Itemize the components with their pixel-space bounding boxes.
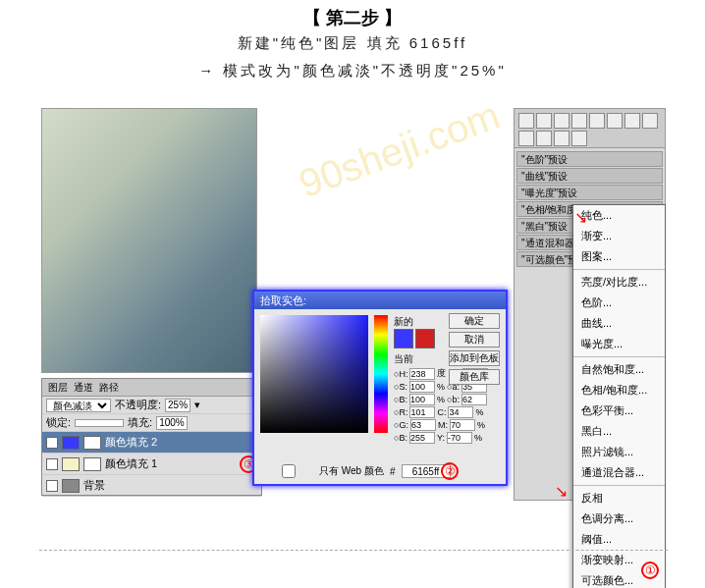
- tab-paths[interactable]: 路径: [99, 381, 119, 395]
- color-field[interactable]: [260, 315, 368, 433]
- menu-pattern[interactable]: 图案...: [573, 246, 665, 267]
- step-title: 【 第二步 】: [0, 0, 705, 29]
- b-input[interactable]: [409, 394, 435, 405]
- color-lib-button[interactable]: 颜色库: [449, 369, 500, 385]
- layer-thumb: [62, 479, 80, 493]
- tool-icon[interactable]: [607, 113, 623, 129]
- menu-bw[interactable]: 黑白...: [573, 421, 665, 442]
- g-input[interactable]: [410, 419, 436, 431]
- lock-label: 锁定:: [46, 415, 71, 430]
- annotation-marker-1: ①: [641, 561, 659, 579]
- layer-row-1[interactable]: 颜色填充 1: [42, 454, 261, 475]
- current-color-swatch: [415, 329, 435, 348]
- visibility-icon[interactable]: [46, 480, 58, 492]
- layer-swatch: [62, 436, 80, 450]
- fill-value[interactable]: 100%: [156, 416, 188, 430]
- b2-input[interactable]: [461, 394, 487, 405]
- picker-title: 拾取实色:: [254, 292, 506, 309]
- hex-label: #: [390, 466, 396, 477]
- s-input[interactable]: [409, 381, 435, 393]
- tool-icon[interactable]: [571, 131, 587, 146]
- divider: [39, 550, 668, 551]
- add-swatch-button[interactable]: 添加到色板: [449, 350, 500, 366]
- red-arrow-icon: ↘: [574, 208, 587, 227]
- m-input[interactable]: [450, 419, 475, 431]
- menu-channel-mixer[interactable]: 通道混合器...: [573, 462, 665, 483]
- layers-panel: 图层 通道 路径 颜色减淡 不透明度: 25% ▾ 锁定: 填充: 100% 颜…: [41, 378, 262, 496]
- c-input[interactable]: [448, 406, 473, 418]
- lock-icons[interactable]: [75, 419, 124, 427]
- webonly-label: 只有 Web 颜色: [319, 464, 384, 478]
- hue-slider[interactable]: [374, 315, 388, 433]
- adjustment-menu: 纯色... 渐变... 图案... 亮度/对比度... 色阶... 曲线... …: [572, 204, 666, 588]
- step-desc-1: 新建"纯色"图层 填充 6165ff: [0, 29, 705, 57]
- annotation-marker-2: ②: [441, 462, 459, 480]
- toolbar-icons: [515, 109, 665, 148]
- opacity-label: 不透明度:: [115, 398, 161, 412]
- menu-exposure[interactable]: 曝光度...: [573, 334, 665, 354]
- preset-item[interactable]: "色阶"预设: [516, 151, 663, 167]
- menu-threshold[interactable]: 阈值...: [573, 529, 665, 550]
- layer-swatch: [62, 457, 80, 471]
- cancel-button[interactable]: 取消: [449, 332, 500, 347]
- new-color-swatch: [394, 329, 413, 348]
- webonly-checkbox[interactable]: [264, 464, 313, 478]
- color-picker-dialog: 拾取实色: 新的 当前 ○H:度○L: ○S:%○a: ○B:%○b: ○R:C…: [252, 290, 508, 486]
- blend-mode-select[interactable]: 颜色减淡: [46, 399, 111, 412]
- menu-vibrance[interactable]: 自然饱和度...: [573, 359, 665, 380]
- layer-row-2[interactable]: 背景: [42, 475, 261, 497]
- visibility-icon[interactable]: [46, 437, 58, 449]
- tab-layers[interactable]: 图层: [48, 381, 68, 395]
- tool-icon[interactable]: [642, 113, 658, 129]
- tool-icon[interactable]: [554, 131, 569, 146]
- tool-icon[interactable]: [518, 131, 534, 146]
- visibility-icon[interactable]: [46, 458, 58, 470]
- arrow-down-icon[interactable]: ▾: [194, 399, 200, 411]
- y-input[interactable]: [447, 432, 472, 444]
- menu-gradient[interactable]: 渐变...: [573, 226, 665, 246]
- menu-invert[interactable]: 反相: [573, 488, 665, 508]
- layer-name: 颜色填充 1: [105, 456, 157, 471]
- ok-button[interactable]: 确定: [449, 313, 500, 329]
- menu-photo-filter[interactable]: 照片滤镜...: [573, 442, 665, 462]
- tool-icon[interactable]: [518, 113, 534, 129]
- tool-icon[interactable]: [536, 131, 552, 146]
- r-input[interactable]: [409, 406, 435, 418]
- panel-tabs[interactable]: 图层 通道 路径: [42, 379, 261, 397]
- b3-input[interactable]: [409, 432, 435, 444]
- menu-brightness[interactable]: 亮度/对比度...: [573, 272, 665, 293]
- workspace: 图层 通道 路径 颜色减淡 不透明度: 25% ▾ 锁定: 填充: 100% 颜…: [41, 108, 666, 501]
- canvas-image[interactable]: [41, 108, 257, 373]
- layer-mask: [83, 436, 101, 450]
- tab-channels[interactable]: 通道: [74, 381, 93, 395]
- layer-mask: [83, 457, 101, 471]
- menu-color-balance[interactable]: 色彩平衡...: [573, 401, 665, 421]
- tool-icon[interactable]: [554, 113, 569, 129]
- tool-icon[interactable]: [589, 113, 605, 129]
- menu-hue-sat[interactable]: 色相/饱和度...: [573, 380, 665, 401]
- step-desc-2: → 模式改为"颜色减淡"不透明度"25%": [0, 57, 705, 84]
- h-input[interactable]: [409, 368, 435, 380]
- preset-item[interactable]: "曝光度"预设: [516, 185, 663, 200]
- tool-icon[interactable]: [536, 113, 552, 129]
- menu-posterize[interactable]: 色调分离...: [573, 508, 665, 529]
- fill-label: 填充:: [128, 415, 152, 430]
- menu-levels[interactable]: 色阶...: [573, 293, 665, 313]
- red-arrow-icon: ↘: [555, 482, 568, 501]
- menu-curves[interactable]: 曲线...: [573, 313, 665, 334]
- opacity-value[interactable]: 25%: [165, 399, 190, 412]
- preset-item[interactable]: "曲线"预设: [516, 168, 663, 184]
- layer-name: 背景: [83, 478, 105, 493]
- layer-name: 颜色填充 2: [105, 435, 157, 450]
- tool-icon[interactable]: [624, 113, 640, 129]
- tool-icon[interactable]: [571, 113, 587, 129]
- layer-row-0[interactable]: 颜色填充 2: [42, 432, 261, 454]
